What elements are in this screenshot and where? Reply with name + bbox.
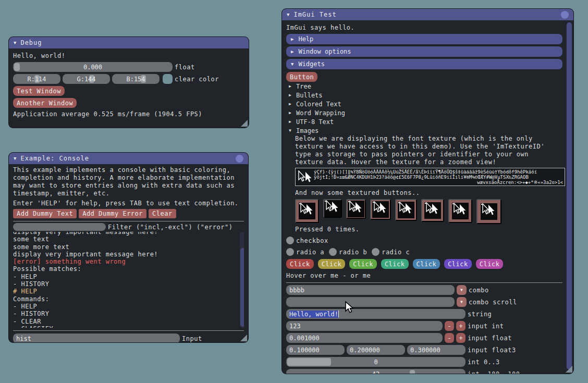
blue-drag[interactable]: B:154 [112, 74, 160, 84]
window-title: Example: Console [20, 155, 89, 162]
log-line-error: [error] something went wrong [13, 258, 244, 265]
input-float-label: input float [468, 335, 512, 342]
separator [286, 282, 562, 283]
debug-titlebar[interactable]: ▼ Debug [9, 37, 249, 48]
button-widget[interactable]: Button [286, 72, 317, 82]
tree-node-images[interactable]: ▼ Images [289, 126, 562, 135]
resize-grip[interactable] [566, 366, 572, 373]
image-button-2[interactable] [323, 199, 342, 218]
window-scrollbar[interactable] [566, 21, 572, 372]
scrollbar-thumb[interactable] [567, 22, 572, 369]
imgui-hello-text: ImGui says hello. [286, 24, 562, 32]
close-button[interactable] [236, 155, 243, 163]
test-window-button[interactable]: Test Window [13, 86, 65, 96]
red-drag[interactable]: R:114 [13, 74, 60, 84]
input-int-value: 123 [289, 323, 301, 330]
tree-node-word-wrapping[interactable]: ▶ Word Wrapping [289, 108, 562, 117]
input-float3-y[interactable]: 0.200000 [347, 345, 405, 355]
image-button-8[interactable] [476, 199, 501, 224]
image-button-6[interactable] [421, 199, 444, 222]
header-window-options[interactable]: ▶ Window options [286, 46, 562, 57]
image-button-7[interactable] [448, 199, 472, 223]
console-scrollbar[interactable] [240, 232, 244, 328]
radio-a[interactable] [286, 248, 294, 256]
add-dummy-error-button[interactable]: Add Dummy Error [79, 209, 146, 218]
cursor-texture-icon [452, 203, 469, 219]
click-button-3[interactable]: Click [349, 259, 377, 269]
combo-scroll-box[interactable] [286, 297, 455, 307]
console-titlebar[interactable]: ▼ Example: Console [9, 153, 248, 164]
slider-int-0-3[interactable]: 0 [286, 357, 466, 367]
int-plus-button[interactable]: + [456, 321, 466, 331]
checkbox[interactable] [286, 237, 294, 244]
resize-grip[interactable] [240, 335, 247, 341]
tree-node-colored-text[interactable]: ▶ Colored Text [289, 100, 562, 108]
float-plus-button[interactable]: + [456, 333, 466, 343]
string-input[interactable]: Hello, world! [286, 309, 466, 319]
collapse-arrow-icon[interactable]: ▼ [14, 156, 16, 161]
console-intro-line: timestamp, emitter, etc. [13, 190, 244, 197]
click-button-5[interactable]: Click [413, 259, 440, 269]
input-float3-z[interactable]: 0.300000 [407, 345, 466, 355]
console-window: ▼ Example: Console This example implemen… [8, 152, 249, 343]
image-button-3[interactable] [346, 199, 366, 219]
tree-node-bullets[interactable]: ▶ Bullets [289, 91, 562, 100]
slider-grab[interactable] [410, 370, 415, 374]
click-button-6[interactable]: Click [444, 259, 472, 269]
resize-grip[interactable] [241, 120, 248, 127]
combo-box[interactable]: bbbb [286, 285, 455, 295]
slider-int-100[interactable]: 42 [286, 369, 466, 374]
clear-color-label: clear color [175, 76, 219, 83]
add-dummy-text-button[interactable]: Add Dummy Text [13, 209, 77, 218]
image-button-4[interactable] [370, 199, 391, 220]
console-log[interactable]: display very important message here! som… [13, 232, 244, 328]
collapse-arrow-icon[interactable]: ▼ [14, 40, 16, 45]
tree-node-tree[interactable]: ▶ Tree [289, 82, 562, 91]
filter-input[interactable] [13, 223, 106, 231]
text-caret [338, 311, 339, 317]
tree-node-utf8-text[interactable]: ▶ UTF-8 Text [289, 117, 562, 126]
radio-b[interactable] [329, 248, 337, 256]
input-float3-label: input float3 [468, 347, 516, 354]
cursor-texture-icon [398, 202, 414, 218]
combo-arrow-button[interactable]: ▼ [457, 285, 467, 295]
images-paragraph-line: texture data. Hover the texture for a zo… [295, 158, 562, 166]
click-button-2[interactable]: Click [318, 259, 346, 269]
input-float-field[interactable]: 0.001000 [286, 333, 443, 343]
combo-scroll-arrow-button[interactable]: ▼ [457, 297, 467, 307]
header-help[interactable]: ▶ Help [286, 34, 562, 44]
image-button-5[interactable] [395, 199, 417, 221]
green-drag[interactable]: G:144 [63, 74, 110, 84]
hover-over-me-text[interactable]: Hover over me - or me [286, 272, 562, 280]
float-slider-value: 0.000 [83, 64, 102, 71]
input-float3-x[interactable]: 0.100000 [286, 345, 345, 355]
log-line: display very important message here! [13, 232, 244, 236]
float-slider[interactable]: 0.000 [13, 62, 173, 72]
click-button-4[interactable]: Click [381, 259, 409, 269]
cursor-texture-icon [299, 203, 315, 219]
collapse-arrow-icon[interactable]: ▼ [287, 12, 289, 17]
clear-color-swatch[interactable] [163, 74, 173, 84]
radio-c[interactable] [372, 248, 379, 256]
combo-label: combo [469, 287, 489, 294]
click-button-1[interactable]: Click [286, 259, 314, 269]
log-line: - CLEAR [13, 318, 244, 325]
slider-grab[interactable] [287, 358, 331, 366]
font-texture-image[interactable]: ýÇf}·{ÿj()[]‖%ÝBÑòÛöóÃÂÀÀô½¼ÙúŽŠÅÉÊ/å\ÈÞ… [295, 168, 565, 186]
int-minus-button[interactable]: - [445, 321, 454, 331]
header-widgets[interactable]: ▼ Widgets [286, 59, 562, 69]
scrollbar-thumb[interactable] [240, 248, 244, 327]
image-button-1[interactable] [295, 199, 319, 223]
input-int-label: input int [468, 323, 504, 330]
input-int-field[interactable]: 123 [286, 321, 443, 331]
cursor-texture-icon [324, 200, 341, 217]
float-minus-button[interactable]: - [445, 333, 454, 343]
close-button[interactable] [561, 11, 569, 19]
console-input[interactable]: hist [13, 333, 180, 343]
click-button-7[interactable]: Click [476, 259, 504, 269]
slider-grab[interactable] [14, 63, 20, 71]
combo-value: bbbb [289, 287, 304, 294]
imgui-test-titlebar[interactable]: ▼ ImGui Test [282, 9, 573, 20]
another-window-button[interactable]: Another Window [13, 98, 77, 108]
clear-button[interactable]: Clear [149, 209, 176, 218]
